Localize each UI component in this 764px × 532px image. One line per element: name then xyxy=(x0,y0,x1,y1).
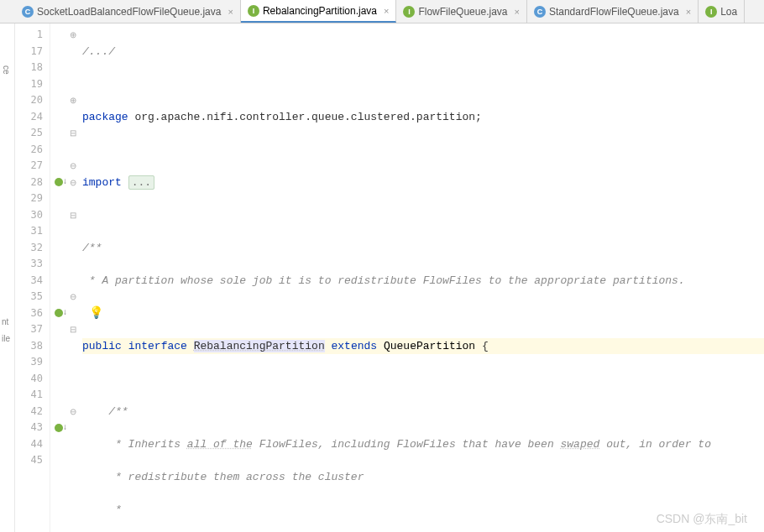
implements-marker-icon[interactable] xyxy=(55,178,63,186)
line-number[interactable]: 45 xyxy=(15,452,50,469)
tab-4[interactable]: ILoa xyxy=(699,0,745,23)
folded-header: /.../ xyxy=(82,45,115,58)
line-number[interactable]: 30 xyxy=(15,207,50,224)
kw-interface: interface xyxy=(128,340,187,352)
fold-toggle-icon[interactable]: ⊟ xyxy=(67,125,79,142)
type-name: RebalancingPartition xyxy=(194,340,325,352)
javadoc: * redistribute them across the cluster xyxy=(82,471,364,483)
tab-label: StandardFlowFileQueue.java xyxy=(549,6,679,18)
line-number[interactable]: 18 xyxy=(15,60,50,76)
line-number[interactable]: 1 xyxy=(15,27,50,44)
line-number[interactable]: 44 xyxy=(15,436,50,453)
left-tool-pane[interactable]: ce nt ile xyxy=(0,23,15,532)
line-number[interactable]: 43 xyxy=(15,420,50,436)
implements-marker-icon[interactable] xyxy=(55,424,63,432)
javadoc: /** xyxy=(82,242,102,254)
left-label-1: ce xyxy=(2,65,11,75)
kw-import: import xyxy=(82,176,122,189)
line-number[interactable]: 33 xyxy=(15,256,50,273)
bulb-icon[interactable]: 💡 xyxy=(89,306,103,320)
close-icon[interactable]: × xyxy=(686,7,691,17)
fold-toggle-icon[interactable]: ⊕ xyxy=(67,92,79,109)
tab-label: SocketLoadBalancedFlowFileQueue.java xyxy=(37,6,221,18)
fold-toggle-icon[interactable]: ⊟ xyxy=(67,321,79,338)
tab-label: Loa xyxy=(720,6,737,18)
interface-icon: I xyxy=(403,6,415,18)
fold-toggle-icon[interactable]: ⊕ xyxy=(67,27,79,44)
tab-label: FlowFileQueue.java xyxy=(418,6,507,18)
close-icon[interactable]: × xyxy=(384,6,389,16)
fold-toggle-icon[interactable]: ⊖ xyxy=(67,158,79,175)
tab-label: RebalancingPartition.java xyxy=(263,5,377,17)
fold-toggle-icon[interactable]: ⊖ xyxy=(67,175,79,191)
fold-toggle-icon[interactable]: ⊖ xyxy=(67,289,79,305)
line-number[interactable]: 35 xyxy=(15,289,50,305)
line-number[interactable]: 39 xyxy=(15,354,50,371)
line-number-gutter[interactable]: 1171819202425262728293031323334353637383… xyxy=(15,23,50,532)
fold-toggle-icon[interactable]: ⊟ xyxy=(67,207,79,224)
line-number[interactable]: 27 xyxy=(15,158,50,175)
folded-imports[interactable]: ... xyxy=(128,175,154,190)
line-number[interactable]: 29 xyxy=(15,190,50,207)
line-number[interactable]: 32 xyxy=(15,240,50,257)
javadoc: * A partition whose sole job it is to re… xyxy=(82,274,685,287)
line-number[interactable]: 25 xyxy=(15,125,50,142)
line-number[interactable]: 24 xyxy=(15,109,50,126)
kw-package: package xyxy=(82,111,128,123)
line-number[interactable]: 34 xyxy=(15,273,50,289)
tab-0[interactable]: CSocketLoadBalancedFlowFileQueue.java× xyxy=(15,0,241,23)
line-number[interactable]: 37 xyxy=(15,321,50,338)
close-icon[interactable]: × xyxy=(515,7,520,17)
kw-public: public xyxy=(82,340,122,352)
marker-gutter[interactable] xyxy=(50,23,67,532)
line-number[interactable]: 40 xyxy=(15,371,50,388)
fold-gutter[interactable]: ⊕⊕⊟⊖⊖⊟⊖⊟⊖ xyxy=(67,23,79,532)
package-name: org.apache.nifi.controller.queue.cluster… xyxy=(128,111,482,123)
line-number[interactable]: 42 xyxy=(15,404,50,420)
super-type: QueuePartition xyxy=(384,340,475,352)
editor-tabs: CSocketLoadBalancedFlowFileQueue.java× I… xyxy=(0,0,764,23)
tab-2[interactable]: IFlowFileQueue.java× xyxy=(396,0,527,23)
javadoc: * xyxy=(82,503,122,516)
line-number[interactable]: 38 xyxy=(15,338,50,355)
editor-area: ce nt ile 117181920242526272829303132333… xyxy=(0,23,764,532)
left-label-3: ile xyxy=(2,334,10,343)
line-number[interactable]: 20 xyxy=(15,92,50,109)
class-icon: C xyxy=(534,6,546,18)
line-number[interactable]: 17 xyxy=(15,44,50,60)
kw-extends: extends xyxy=(332,340,378,352)
line-number[interactable]: 36 xyxy=(15,305,50,322)
interface-icon: I xyxy=(248,5,259,17)
line-number[interactable]: 26 xyxy=(15,142,50,159)
interface-icon: I xyxy=(705,6,717,18)
code-editor[interactable]: /.../ package org.apache.nifi.controller… xyxy=(79,23,764,532)
left-label-2: nt xyxy=(2,317,8,326)
watermark: CSDN @东南_bit xyxy=(657,512,747,527)
line-number[interactable]: 19 xyxy=(15,76,50,93)
class-icon: C xyxy=(22,6,34,18)
line-number[interactable]: 41 xyxy=(15,387,50,404)
line-number[interactable]: 28 xyxy=(15,175,50,191)
fold-toggle-icon[interactable]: ⊖ xyxy=(67,404,79,420)
implements-marker-icon[interactable] xyxy=(55,309,63,317)
close-icon[interactable]: × xyxy=(228,7,233,17)
javadoc: /** xyxy=(82,405,128,418)
tab-3[interactable]: CStandardFlowFileQueue.java× xyxy=(527,0,699,23)
line-number[interactable]: 31 xyxy=(15,223,50,240)
tab-1[interactable]: IRebalancingPartition.java× xyxy=(241,0,397,23)
